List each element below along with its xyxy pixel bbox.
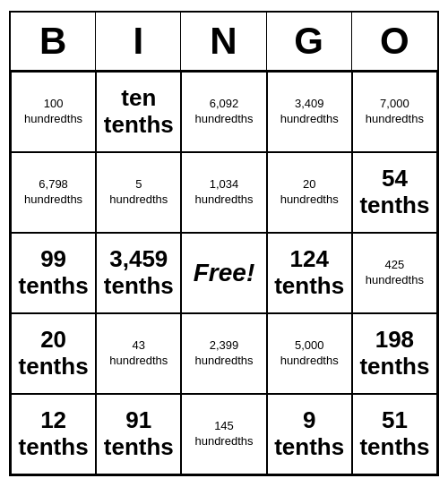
bingo-cell-24: 51tenths [352, 394, 437, 474]
bingo-cell-23: 9tenths [267, 394, 352, 474]
cell-1-line1: ten [121, 85, 156, 112]
header-letter-g: G [267, 13, 352, 70]
bingo-cell-20: 12tenths [11, 394, 96, 474]
header-letter-n: N [181, 13, 266, 70]
cell-3-line2: hundredths [280, 112, 339, 127]
cell-16-line1: 43 [133, 338, 145, 354]
cell-22-line1: 145 [214, 419, 234, 434]
cell-19-line2: tenths [359, 354, 429, 380]
cell-15-line1: 20 [40, 327, 66, 354]
bingo-cell-21: 91tenths [96, 394, 181, 474]
cell-0-line2: hundredths [24, 112, 82, 127]
bingo-cell-17: 2,399hundredths [181, 313, 266, 394]
bingo-cell-19: 198tenths [352, 313, 437, 394]
cell-18-line2: hundredths [280, 354, 339, 369]
cell-23-line1: 9 [303, 407, 315, 434]
bingo-cell-3: 3,409hundredths [267, 72, 352, 152]
cell-3-line1: 3,409 [295, 97, 324, 112]
cell-11-line1: 3,459 [109, 246, 168, 273]
cell-15-line2: tenths [19, 354, 89, 380]
bingo-cell-8: 20hundredths [267, 152, 352, 233]
bingo-cell-13: 124tenths [267, 233, 352, 313]
cell-11-line2: tenths [104, 273, 174, 300]
cell-2-line1: 6,092 [210, 97, 239, 112]
header-letter-o: O [352, 13, 437, 70]
bingo-cell-4: 7,000hundredths [352, 72, 437, 152]
cell-2-line2: hundredths [194, 112, 253, 127]
cell-4-line1: 7,000 [380, 97, 409, 112]
cell-18-line1: 5,000 [295, 338, 324, 354]
cell-16-line2: hundredths [109, 354, 168, 369]
bingo-cell-14: 425hundredths [352, 233, 437, 313]
bingo-cell-12: Free! [181, 233, 266, 313]
bingo-grid: 100hundredthstentenths6,092hundredths3,4… [11, 72, 437, 474]
cell-24-line1: 51 [382, 407, 408, 434]
bingo-cell-22: 145hundredths [181, 394, 266, 474]
cell-10-line2: tenths [19, 273, 89, 300]
cell-20-line2: tenths [19, 434, 89, 461]
bingo-cell-6: 5hundredths [96, 152, 181, 233]
cell-8-line2: hundredths [280, 192, 339, 208]
cell-8-line1: 20 [303, 177, 315, 192]
bingo-cell-16: 43hundredths [96, 313, 181, 394]
cell-0-line1: 100 [44, 97, 64, 112]
cell-4-line2: hundredths [366, 112, 424, 127]
cell-7-line1: 1,034 [210, 177, 239, 192]
cell-22-line2: hundredths [194, 434, 253, 449]
cell-21-line1: 91 [125, 407, 151, 434]
cell-5-line1: 6,798 [39, 177, 68, 192]
cell-5-line2: hundredths [24, 192, 82, 208]
cell-13-line1: 124 [290, 246, 329, 273]
bingo-cell-0: 100hundredths [11, 72, 96, 152]
cell-6-line1: 5 [135, 177, 142, 192]
bingo-cell-9: 54tenths [352, 152, 437, 233]
cell-21-line2: tenths [104, 434, 174, 461]
bingo-cell-2: 6,092hundredths [181, 72, 266, 152]
cell-9-line2: tenths [359, 192, 429, 219]
cell-6-line2: hundredths [109, 192, 168, 208]
cell-14-line2: hundredths [366, 273, 424, 288]
bingo-card: BINGO 100hundredthstentenths6,092hundred… [9, 11, 439, 476]
cell-19-line1: 198 [375, 327, 414, 354]
bingo-cell-7: 1,034hundredths [181, 152, 266, 233]
bingo-cell-18: 5,000hundredths [267, 313, 352, 394]
bingo-cell-15: 20tenths [11, 313, 96, 394]
bingo-cell-1: tentenths [96, 72, 181, 152]
bingo-cell-10: 99tenths [11, 233, 96, 313]
bingo-cell-11: 3,459tenths [96, 233, 181, 313]
header-letter-b: B [11, 13, 96, 70]
bingo-cell-5: 6,798hundredths [11, 152, 96, 233]
bingo-header: BINGO [11, 13, 437, 72]
free-cell-label: Free! [194, 259, 254, 287]
cell-14-line1: 425 [385, 258, 405, 273]
cell-10-line1: 99 [40, 246, 66, 273]
cell-20-line1: 12 [40, 407, 66, 434]
cell-1-line2: tenths [104, 112, 174, 139]
cell-7-line2: hundredths [194, 192, 253, 208]
header-letter-i: I [96, 13, 181, 70]
cell-9-line1: 54 [382, 166, 408, 192]
cell-23-line2: tenths [274, 434, 344, 461]
cell-24-line2: tenths [359, 434, 429, 461]
cell-17-line1: 2,399 [210, 338, 239, 354]
cell-13-line2: tenths [274, 273, 344, 300]
cell-17-line2: hundredths [194, 354, 253, 369]
